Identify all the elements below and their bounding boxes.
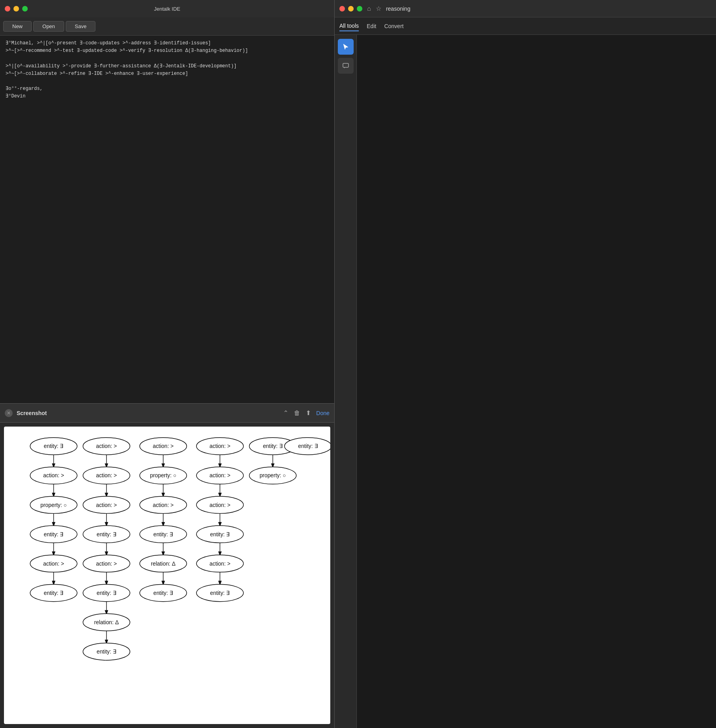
node-c4-r6: entity: ∃ <box>196 584 244 601</box>
share-icon[interactable]: ⬆ <box>306 409 311 417</box>
node-c3-r6: entity: ∃ <box>140 584 187 601</box>
node-c1-r6: entity: ∃ <box>30 584 77 601</box>
right-nav: All tools Edit Convert <box>335 17 716 35</box>
svg-rect-81 <box>343 63 348 67</box>
chat-tool-button[interactable] <box>338 58 354 74</box>
maximize-button[interactable] <box>22 6 28 11</box>
chat-icon <box>342 62 349 69</box>
nav-convert[interactable]: Convert <box>384 21 404 31</box>
svg-text:action: >: action: > <box>43 472 64 478</box>
star-icon[interactable]: ☆ <box>376 5 381 12</box>
svg-text:entity: ∃: entity: ∃ <box>97 648 116 655</box>
node-c2-r4: entity: ∃ <box>83 526 130 543</box>
svg-text:property: ○: property: ○ <box>150 472 177 478</box>
node-c3-r4: entity: ∃ <box>140 526 187 543</box>
node-c2-r2: action: > <box>83 467 130 484</box>
open-button[interactable]: Open <box>33 21 64 32</box>
diagram-svg: entity: ∃ action: > property: ○ <box>4 427 330 724</box>
node-c4-r5: action: > <box>196 555 244 572</box>
right-close-button[interactable] <box>339 6 345 11</box>
svg-text:entity: ∃: entity: ∃ <box>153 590 173 596</box>
right-top-bar: ⌂ ☆ reasoning <box>335 0 716 17</box>
node-c2-r7: relation: Δ <box>83 614 130 631</box>
node-c2-r5: action: > <box>83 555 130 572</box>
right-content <box>335 35 716 728</box>
node-c3-r5: relation: Δ <box>140 555 187 572</box>
node-c4-r2: action: > <box>196 467 244 484</box>
svg-text:entity: ∃: entity: ∃ <box>97 590 116 596</box>
svg-text:entity: ∃: entity: ∃ <box>44 531 64 537</box>
node-c1-r1: entity: ∃ <box>30 438 77 455</box>
save-button[interactable]: Save <box>66 21 96 32</box>
svg-text:entity: ∃: entity: ∃ <box>97 531 116 537</box>
node-c2-r1: action: > <box>83 438 130 455</box>
svg-text:relation: Δ: relation: Δ <box>151 560 175 567</box>
minimize-button[interactable] <box>13 6 19 11</box>
node-c4-r4: entity: ∃ <box>196 526 244 543</box>
new-button[interactable]: New <box>3 21 32 32</box>
node-c2-r8: entity: ∃ <box>83 643 130 660</box>
screenshot-header: ✕ Screenshot ⌃ 🗑 ⬆ Done <box>0 404 334 423</box>
svg-text:entity: ∃: entity: ∃ <box>153 531 173 537</box>
trash-icon[interactable]: 🗑 <box>294 410 300 417</box>
diagram-container[interactable]: entity: ∃ action: > property: ○ <box>4 427 330 724</box>
node-c2-r3: action: > <box>83 496 130 513</box>
cursor-icon <box>342 43 349 50</box>
screenshot-title: Screenshot <box>17 410 279 416</box>
node-c1-r2: action: > <box>30 467 77 484</box>
right-maximize-button[interactable] <box>357 6 362 11</box>
screenshot-panel: ✕ Screenshot ⌃ 🗑 ⬆ Done enti <box>0 403 334 728</box>
svg-text:action: >: action: > <box>209 560 230 567</box>
traffic-lights <box>5 6 28 11</box>
right-traffic-lights <box>339 6 362 11</box>
node-c4-r3: action: > <box>196 496 244 513</box>
svg-text:action: >: action: > <box>96 443 117 449</box>
svg-text:entity: ∃: entity: ∃ <box>298 443 318 449</box>
right-minimize-button[interactable] <box>348 6 354 11</box>
nav-edit[interactable]: Edit <box>367 21 376 31</box>
svg-text:action: >: action: > <box>209 502 230 508</box>
svg-text:entity: ∃: entity: ∃ <box>44 590 64 596</box>
svg-text:entity: ∃: entity: ∃ <box>44 443 64 449</box>
cursor-tool-button[interactable] <box>338 39 354 55</box>
svg-text:action: >: action: > <box>209 472 230 478</box>
navigate-icon[interactable]: ⌃ <box>283 409 288 417</box>
svg-text:action: >: action: > <box>96 502 117 508</box>
code-area[interactable]: ∃°Michael, >^|[o^-present ∃-code-updates… <box>0 36 334 403</box>
tools-sidebar <box>335 35 357 728</box>
svg-text:action: >: action: > <box>153 443 174 449</box>
node-c5-r2: property: ○ <box>249 467 297 484</box>
node-c1-r4: entity: ∃ <box>30 526 77 543</box>
node-c1-r5: action: > <box>30 555 77 572</box>
svg-text:entity: ∃: entity: ∃ <box>263 443 283 449</box>
svg-text:action: >: action: > <box>209 443 230 449</box>
node-c6-r1: entity: ∃ <box>284 438 330 455</box>
nav-all-tools[interactable]: All tools <box>339 21 359 31</box>
node-c3-r3: action: > <box>140 496 187 513</box>
screenshot-close-button[interactable]: ✕ <box>5 409 13 417</box>
done-button[interactable]: Done <box>316 410 329 416</box>
node-c4-r1: action: > <box>196 438 244 455</box>
node-c1-r3: property: ○ <box>30 496 77 513</box>
main-area <box>357 35 716 728</box>
svg-text:relation: Δ: relation: Δ <box>94 619 119 625</box>
app-title: Jentalk IDE <box>154 6 180 12</box>
svg-text:entity: ∃: entity: ∃ <box>210 531 230 537</box>
toolbar: New Open Save <box>0 17 334 36</box>
left-panel: Jentalk IDE New Open Save ∃°Michael, >^|… <box>0 0 335 728</box>
svg-text:property: ○: property: ○ <box>259 472 286 478</box>
node-c3-r2: property: ○ <box>140 467 187 484</box>
node-c2-r6: entity: ∃ <box>83 584 130 601</box>
svg-text:action: >: action: > <box>153 502 174 508</box>
svg-text:entity: ∃: entity: ∃ <box>210 590 230 596</box>
svg-text:action: >: action: > <box>96 560 117 567</box>
home-icon[interactable]: ⌂ <box>367 5 371 12</box>
header-actions: ⌃ 🗑 ⬆ Done <box>283 409 329 417</box>
svg-text:property: ○: property: ○ <box>40 502 67 508</box>
node-c3-r1: action: > <box>140 438 187 455</box>
close-button[interactable] <box>5 6 10 11</box>
svg-text:action: >: action: > <box>43 560 64 567</box>
title-bar: Jentalk IDE <box>0 0 334 17</box>
svg-text:action: >: action: > <box>96 472 117 478</box>
right-panel: ⌂ ☆ reasoning All tools Edit Convert <box>335 0 716 728</box>
